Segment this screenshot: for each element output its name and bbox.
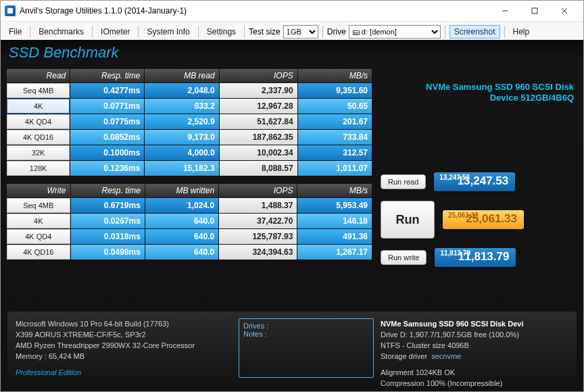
row-label[interactable]: 4K QD16 xyxy=(7,130,70,145)
disk-name: NVMe Samsung SSD 960 SCSI Disk Devi xyxy=(381,318,568,329)
run-write-button[interactable]: Run write xyxy=(381,250,427,265)
col-resp: Resp. time xyxy=(70,69,144,82)
svg-rect-2 xyxy=(532,8,537,14)
cell-mb: 9,173.0 xyxy=(145,130,218,145)
table-row: 128K0.1236ms15,182.38,088.571,011.07 xyxy=(7,161,372,176)
cell-resp: 0.0775ms xyxy=(70,114,144,129)
row-label[interactable]: 4K xyxy=(7,99,70,114)
disk-compression: Compression 100% (Incompressible) xyxy=(381,378,568,389)
cell-resp: 0.1236ms xyxy=(70,161,144,176)
row-label[interactable]: Seq 4MB xyxy=(7,83,70,98)
col-mbread: MB read xyxy=(145,69,218,82)
cell-mbs: 491.36 xyxy=(297,229,372,244)
col-mbwritten: MB written xyxy=(145,184,218,197)
cell-iops: 51,627.84 xyxy=(220,114,297,129)
score-write-mini: 11,813.79 xyxy=(440,249,470,257)
write-header-row: Write Resp. time MB written IOPS MB/s xyxy=(7,184,372,197)
cell-iops: 125,787.93 xyxy=(219,229,297,244)
cell-mbs: 50.65 xyxy=(298,99,372,114)
client-area: SSD Benchmark Read Resp. time MB read IO… xyxy=(1,40,583,391)
table-row: 4K QD40.0775ms2,520.951,627.84201.67 xyxy=(7,114,372,129)
cell-mbs: 201.67 xyxy=(298,114,372,129)
menu-benchmarks[interactable]: Benchmarks xyxy=(34,26,88,38)
row-label[interactable]: 4K QD4 xyxy=(7,114,70,129)
menu-settings[interactable]: Settings xyxy=(203,26,240,38)
cell-resp: 0.6719ms xyxy=(71,198,145,213)
cell-mbs: 312.57 xyxy=(298,145,372,160)
sys-mem: Memory : 65,424 MB xyxy=(16,351,232,362)
run-read-button[interactable]: Run read xyxy=(381,174,426,189)
row-label[interactable]: Seq 4MB xyxy=(7,198,70,213)
row-label[interactable]: 32K xyxy=(7,145,70,160)
row-label[interactable]: 4K QD16 xyxy=(7,245,70,260)
col-read: Read xyxy=(7,69,70,82)
notes-panel: Drives : Notes : xyxy=(239,318,374,379)
device-line2: Device 512GB/4B6Q xyxy=(426,93,574,103)
minimize-button[interactable] xyxy=(490,1,520,20)
device-line1: NVMe Samsung SSD 960 SCSI Disk xyxy=(426,82,574,93)
maximize-button[interactable] xyxy=(520,1,550,20)
score-write: 11,813.79 11,813.79 xyxy=(435,248,516,267)
table-row: Seq 4MB0.4277ms2,048.02,337.909,351.60 xyxy=(7,83,372,98)
cell-iops: 37,422.70 xyxy=(219,214,297,228)
sys-cpu: AMD Ryzen Threadripper 2990WX 32-Core Pr… xyxy=(16,340,232,351)
cell-mb: 640.0 xyxy=(145,245,218,260)
run-button[interactable]: Run xyxy=(381,201,435,239)
cell-mbs: 1,267.17 xyxy=(297,245,372,260)
cell-iops: 1,488.37 xyxy=(219,198,297,213)
cell-iops: 187,862.35 xyxy=(220,130,297,145)
close-button[interactable] xyxy=(550,1,579,20)
menu-systeminfo[interactable]: System Info xyxy=(143,26,193,38)
cell-mbs: 1,011.07 xyxy=(298,161,372,176)
menu-file[interactable]: File xyxy=(5,26,26,38)
disk-driver: Storage driver secnvme xyxy=(381,351,568,362)
app-window: Anvil's Storage Utilities 1.1.0 (2014-Ja… xyxy=(0,0,584,392)
testsize-select[interactable]: 1GB xyxy=(283,25,318,39)
disk-info: NVMe Samsung SSD 960 SCSI Disk Devi Driv… xyxy=(381,318,568,379)
side-panel: Run read 13,247.53 13,247.53 Run 25,061.… xyxy=(381,120,577,276)
testsize-group: Test size 1GB xyxy=(249,25,318,39)
drive-select[interactable]: 🖴 d: [demon] xyxy=(349,25,441,39)
notes-label: Notes : xyxy=(243,330,369,338)
disk-capacity: Drive D: 1,907.7/1,907.5GB free (100.0%) xyxy=(381,329,568,340)
row-label[interactable]: 128K xyxy=(7,161,70,176)
row-label[interactable]: 4K xyxy=(7,214,70,228)
benchmark-tables: Read Resp. time MB read IOPS MB/s Seq 4M… xyxy=(6,68,372,260)
sys-os: Microsoft Windows 10 Pro 64-bit Build (1… xyxy=(16,318,232,329)
window-controls xyxy=(490,1,579,20)
table-row: Seq 4MB0.6719ms1,024.01,488.375,953.49 xyxy=(7,198,372,213)
col-mbs-w: MB/s xyxy=(297,184,372,197)
table-row: 4K QD40.0318ms640.0125,787.93491.36 xyxy=(7,229,372,244)
drive-label: Drive xyxy=(327,27,346,36)
cell-iops: 8,088.57 xyxy=(220,161,297,176)
table-row: 4K0.0267ms640.037,422.70146.18 xyxy=(7,214,372,228)
cell-mb: 15,182.3 xyxy=(145,161,218,176)
cell-resp: 0.4277ms xyxy=(70,83,144,98)
cell-mbs: 9,351.60 xyxy=(298,83,372,98)
disk-alignment: Alignment 1024KB OK xyxy=(381,367,568,378)
cell-mb: 4,000.0 xyxy=(145,145,218,160)
table-row: 32K0.1000ms4,000.010,002.34312.57 xyxy=(7,145,372,160)
footer: Microsoft Windows 10 Pro 64-bit Build (1… xyxy=(7,312,577,386)
col-write: Write xyxy=(7,184,70,197)
drives-label: Drives : xyxy=(243,322,369,330)
menu-iometer[interactable]: IOmeter xyxy=(97,26,134,38)
col-iops-w: IOPS xyxy=(219,184,297,197)
cell-mb: 633.2 xyxy=(145,99,218,114)
table-row: 4K QD160.0498ms640.0324,394.631,267.17 xyxy=(7,245,372,260)
driver-link[interactable]: secnvme xyxy=(431,352,461,360)
menu-help[interactable]: Help xyxy=(509,26,534,38)
testsize-label: Test size xyxy=(249,27,281,36)
notes-box[interactable]: Drives : Notes : xyxy=(239,318,374,378)
screenshot-button[interactable]: Screenshot xyxy=(449,25,500,39)
cell-iops: 10,002.34 xyxy=(220,145,297,160)
cell-resp: 0.0498ms xyxy=(71,245,145,260)
cell-resp: 0.0771ms xyxy=(70,99,144,114)
col-mbs: MB/s xyxy=(298,69,372,82)
table-row: 4K0.0771ms633.212,967.2850.65 xyxy=(7,99,372,114)
row-label[interactable]: 4K QD4 xyxy=(7,229,70,244)
cell-iops: 324,394.63 xyxy=(219,245,297,260)
disk-fs: NTFS - Cluster size 4096B xyxy=(381,340,568,351)
cell-resp: 0.1000ms xyxy=(70,145,144,160)
cell-mbs: 733.84 xyxy=(298,130,372,145)
